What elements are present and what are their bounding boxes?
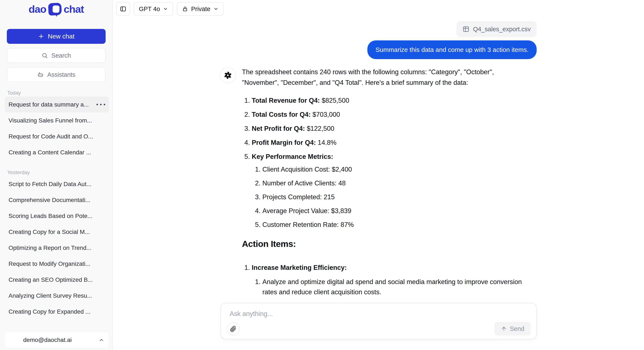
chat-history: Today Request for data summary a... Visu… <box>5 89 109 320</box>
attachment-filename: Q4_sales_export.csv <box>473 26 531 33</box>
action-items-heading: Action Items: <box>242 239 537 249</box>
toolbar: GPT 4o Private <box>116 2 224 16</box>
summary-item: Profit Margin for Q4: 14.8% <box>252 139 537 146</box>
metric-item: Average Project Value: $3,839 <box>262 207 537 214</box>
metrics-list: Client Acquisition Cost: $2,400 Number o… <box>252 166 537 228</box>
brand-logo: dao chat <box>0 3 112 15</box>
chat-options-ellipsis-icon[interactable] <box>96 104 105 105</box>
chat-title: Visualizing Sales Funnel from... <box>8 117 92 124</box>
brand-logo-text-right: chat <box>64 3 84 15</box>
chevron-down-icon <box>214 6 218 11</box>
message-composer[interactable]: Ask anything... Send <box>221 303 537 339</box>
assistants-label: Assistants <box>47 71 76 78</box>
visibility-label: Private <box>191 5 210 12</box>
attachment-chip[interactable]: Q4_sales_export.csv <box>456 21 537 37</box>
sidebar-chat-item[interactable]: Request to Modify Organizati... <box>5 256 109 272</box>
chat-title: Scoring Leads Based on Pote... <box>8 213 92 219</box>
chat-title: Request for data summary a... <box>8 101 94 108</box>
avatar <box>10 335 20 345</box>
chevron-down-icon <box>163 6 168 11</box>
assistants-robot-icon <box>37 71 44 78</box>
arrow-up-icon <box>501 326 507 332</box>
action-item: Increase Marketing Efficiency: Analyze a… <box>252 264 537 297</box>
app-window: dao chat New chat Search Assistants Toda… <box>0 0 644 350</box>
assistant-intro-line: "November", "December", and "Q4 Total". … <box>242 77 537 88</box>
summary-item: Key Performance Metrics: Client Acquisit… <box>252 153 537 228</box>
chat-title: Creating an SEO Optimized B... <box>8 276 93 283</box>
action-subitem: Analyze and optimize digital ad spend an… <box>262 277 537 297</box>
sidebar-chat-item[interactable]: Visualizing Sales Funnel from... <box>5 113 109 128</box>
sidebar-chat-item-active[interactable]: Request for data summary a... <box>5 97 109 113</box>
metric-item: Customer Retention Rate: 87% <box>262 221 537 228</box>
sidebar-chat-item[interactable]: Creating an SEO Optimized B... <box>5 272 109 288</box>
sidebar-chat-item[interactable]: Scoring Leads Based on Pote... <box>5 208 109 224</box>
action-items-list: Increase Marketing Efficiency: Analyze a… <box>242 264 537 297</box>
summary-item: Total Revenue for Q4: $825,500 <box>252 97 537 104</box>
assistants-button[interactable]: Assistants <box>7 67 106 82</box>
new-chat-label: New chat <box>48 33 74 40</box>
plus-icon <box>38 33 44 39</box>
sidebar-toggle-button[interactable] <box>116 2 130 16</box>
summary-list: Total Revenue for Q4: $825,500 Total Cos… <box>242 97 537 228</box>
conversation: Q4_sales_export.csv Summarize this data … <box>221 0 537 350</box>
table-icon <box>462 25 470 33</box>
chat-title: Creating Copy for Expanded ... <box>8 308 90 315</box>
chat-title: Script to Fetch Daily Data Aut... <box>8 181 91 187</box>
chevron-up-icon <box>98 337 104 343</box>
attach-file-button[interactable] <box>226 322 240 336</box>
send-label: Send <box>510 325 524 332</box>
search-button[interactable]: Search <box>7 48 106 63</box>
assistant-message: The spreadsheet contains 240 rows with t… <box>221 67 537 297</box>
section-label-yesterday: Yesterday <box>5 169 109 176</box>
sidebar-chat-item[interactable]: Request for Code Audit and O... <box>5 128 109 144</box>
sidebar-chat-item[interactable]: Creating a Content Calendar ... <box>5 144 109 160</box>
model-selector[interactable]: GPT 4o <box>134 2 173 16</box>
summary-item: Net Profit for Q4: $122,500 <box>252 125 537 132</box>
chat-title: Creating Copy for a Social M... <box>8 229 90 235</box>
chat-title: Request for Code Audit and O... <box>8 133 93 140</box>
sidebar-chat-item[interactable]: Optimizing a Report on Trend... <box>5 240 109 256</box>
chat-title: Analyzing Client Survey Resu... <box>8 292 92 299</box>
assistant-avatar <box>220 67 236 83</box>
sidebar-chat-item[interactable]: Script to Fetch Daily Data Aut... <box>5 176 109 192</box>
user-message-bubble: Summarize this data and come up with 3 a… <box>367 40 537 59</box>
chat-bubble-logo-icon <box>48 2 62 15</box>
message-input[interactable]: Ask anything... <box>230 310 273 318</box>
sidebar-chat-item[interactable]: Comprehensive Documentati... <box>5 192 109 208</box>
sidebar-chat-item[interactable]: Analyzing Client Survey Resu... <box>5 288 109 304</box>
account-menu[interactable]: demo@daochat.ai <box>5 332 109 348</box>
lock-icon <box>182 6 188 12</box>
model-name: GPT 4o <box>139 5 160 12</box>
sidebar-chat-item[interactable]: Creating Copy for Expanded ... <box>5 304 109 320</box>
metric-item: Number of Active Clients: 48 <box>262 180 537 187</box>
search-icon <box>42 52 48 59</box>
sidebar-chat-item[interactable]: Creating Copy for a Social M... <box>5 224 109 240</box>
visibility-selector[interactable]: Private <box>177 2 224 16</box>
paperclip-icon <box>230 326 236 332</box>
chat-title: Creating a Content Calendar ... <box>8 149 91 156</box>
chat-title: Request to Modify Organizati... <box>8 260 90 267</box>
chat-title: Optimizing a Report on Trend... <box>8 245 91 251</box>
sidebar: dao chat New chat Search Assistants Toda… <box>0 0 113 350</box>
chat-title: Comprehensive Documentati... <box>8 197 90 203</box>
action-subitems: Analyze and optimize digital ad spend an… <box>252 277 537 297</box>
sidebar-toggle-icon <box>120 5 126 12</box>
metric-item: Projects Completed: 215 <box>262 193 537 201</box>
assistant-intro-line: The spreadsheet contains 240 rows with t… <box>242 67 537 77</box>
user-email: demo@daochat.ai <box>23 337 95 344</box>
new-chat-button[interactable]: New chat <box>7 29 106 44</box>
openai-icon <box>224 71 232 80</box>
brand-logo-text-left: dao <box>28 3 46 15</box>
metric-item: Client Acquisition Cost: $2,400 <box>262 166 537 173</box>
section-label-today: Today <box>5 89 109 97</box>
summary-item: Total Costs for Q4: $703,000 <box>252 111 537 118</box>
main-area: GPT 4o Private Q4_sales_export.csv Summa… <box>113 0 644 350</box>
search-label: Search <box>51 52 71 59</box>
send-button[interactable]: Send <box>494 322 531 336</box>
